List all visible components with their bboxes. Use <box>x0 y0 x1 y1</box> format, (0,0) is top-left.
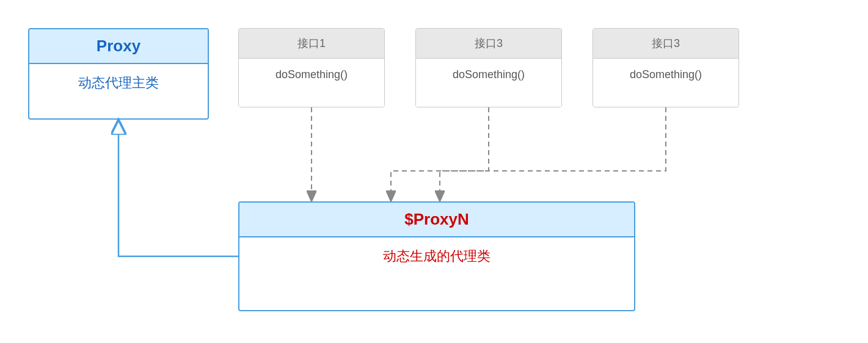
interface1-header: 接口1 <box>239 29 384 59</box>
interface2-body: doSomething() <box>416 59 561 107</box>
proxyn-header: $ProxyN <box>239 203 634 237</box>
interface3-dashed-arrow <box>440 107 666 201</box>
diagram-container: Proxy 动态代理主类 接口1 doSomething() 接口3 doSom… <box>0 0 868 343</box>
interface2-dashed-arrow <box>391 107 489 201</box>
interface1-box: 接口1 doSomething() <box>238 28 385 107</box>
interface3-body: doSomething() <box>593 59 739 107</box>
proxy-header: Proxy <box>29 29 208 64</box>
proxyn-class-box: $ProxyN 动态生成的代理类 <box>238 201 635 311</box>
proxyn-body: 动态生成的代理类 <box>239 237 634 310</box>
interface2-box: 接口3 doSomething() <box>415 28 562 107</box>
interface2-header: 接口3 <box>416 29 561 59</box>
proxy-class-box: Proxy 动态代理主类 <box>28 28 209 120</box>
interface3-box: 接口3 doSomething() <box>593 28 739 107</box>
interface1-body: doSomething() <box>239 59 384 107</box>
interface3-header: 接口3 <box>593 29 739 59</box>
inheritance-arrow <box>119 120 238 256</box>
proxy-body: 动态代理主类 <box>29 64 208 118</box>
